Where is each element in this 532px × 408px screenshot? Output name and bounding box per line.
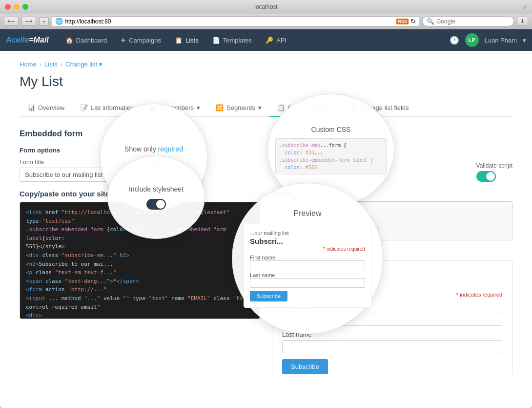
nav-lists[interactable]: 📋 Lists (168, 29, 205, 51)
dashboard-icon: 🏠 (65, 37, 73, 44)
preview-heading: Subscri... (282, 279, 502, 291)
list-info-icon: 📝 (80, 104, 88, 111)
templates-icon: 📄 (212, 37, 220, 44)
overview-icon: 📊 (27, 104, 35, 111)
notifications-icon[interactable]: 🕐 (450, 36, 459, 45)
embedded-form-title: Embedded form (20, 129, 512, 139)
tab-overview[interactable]: 📊 Overview (20, 99, 72, 117)
form-title-label: Form title (20, 159, 457, 166)
refresh-icon[interactable]: ↻ (410, 18, 416, 25)
breadcrumb-home[interactable]: Home (20, 61, 37, 68)
page-title: My List (20, 74, 512, 89)
form-title-group: Form title (20, 159, 457, 182)
breadcrumb: Home › Lists › Change list ▾ (20, 61, 512, 68)
add-tab-button[interactable]: + (39, 17, 49, 26)
subscribe-button[interactable]: Subscribe (282, 359, 328, 374)
close-button[interactable] (5, 4, 11, 10)
expand-icon[interactable]: ⤢ (522, 3, 527, 10)
breadcrumb-change-list[interactable]: Change list ▾ (65, 61, 102, 68)
search-icon: 🔍 (427, 18, 434, 25)
search-input[interactable] (436, 18, 510, 25)
segments-icon: 🔀 (216, 104, 224, 111)
maximize-button[interactable] (22, 4, 28, 10)
breadcrumb-lists[interactable]: Lists (44, 61, 58, 68)
nav-dashboard[interactable]: 🏠 Dashboard (59, 29, 114, 51)
forms-icon: 📋 (277, 104, 285, 111)
tab-segments[interactable]: 🔀 Segments ▾ (208, 99, 269, 117)
preview-last-name-label: Last name (282, 331, 502, 338)
brand-logo: Acelle=Mail (6, 36, 49, 44)
download-button[interactable]: ⬇ (517, 17, 528, 26)
nav-templates[interactable]: 📄 Templates (205, 29, 259, 51)
validate-group: Validate script (476, 162, 512, 182)
avatar: LP (465, 33, 479, 47)
tabs-nav: 📊 Overview 📝 List information 👥 Subscrib… (20, 99, 512, 117)
code-box[interactable]: <link href="http://localhost/css/embedde… (20, 202, 260, 319)
rss-badge: RSS (396, 19, 409, 24)
custom-css-input[interactable]: .subscribe-emb...form { color: #33... .s… (272, 201, 512, 240)
tab-list-information[interactable]: 📝 List information (72, 99, 142, 117)
preview-required-note: * indicates required (282, 292, 502, 298)
tab-forms-pages[interactable]: 📋 Forms / Pages ▾ (269, 99, 344, 117)
back-button[interactable]: ⟵ (4, 17, 19, 26)
change-list-arrow-icon: ▾ (99, 61, 102, 68)
tab-subscribers[interactable]: 👥 Subscribers ▾ (142, 99, 208, 117)
minimize-button[interactable] (14, 4, 20, 10)
lock-icon: 🌐 (55, 18, 63, 25)
nav-campaigns[interactable]: ✈ Campaigns (114, 29, 168, 51)
address-input[interactable] (65, 18, 394, 25)
segments-chevron-icon: ▾ (258, 104, 262, 111)
window-title: localhost (254, 3, 277, 10)
copy-section-title: Copy/paste onto your site (20, 190, 260, 198)
user-chevron-icon: ▾ (523, 37, 526, 44)
nav-api[interactable]: 🔑 API (259, 29, 293, 51)
preview-first-name-input[interactable] (282, 313, 502, 326)
lists-icon: 📋 (175, 37, 183, 44)
subscribers-icon: 👥 (149, 104, 157, 111)
user-menu[interactable]: Luan Pham (485, 37, 517, 44)
preview-label: Preview (272, 248, 512, 256)
validate-toggle[interactable] (476, 171, 496, 182)
preview-box: ...our mailing list Subscri... * indicat… (272, 260, 512, 377)
preview-first-name-label: First name (282, 303, 502, 311)
manage-fields-icon: ⚙ (351, 104, 357, 111)
campaigns-icon: ✈ (121, 37, 126, 44)
form-title-input[interactable] (20, 168, 156, 182)
forward-button[interactable]: ⟶ (21, 17, 36, 26)
form-options-label: Form options (20, 147, 512, 154)
tab-manage-fields[interactable]: ⚙ Manage list fields (343, 99, 416, 117)
validate-label: Validate script (476, 162, 512, 169)
api-icon: 🔑 (266, 37, 273, 44)
subscribers-chevron-icon: ▾ (197, 104, 200, 111)
preview-last-name-input[interactable] (282, 340, 502, 353)
forms-chevron-icon: ▾ (332, 104, 335, 111)
custom-css-label: Custom CSS (272, 190, 512, 197)
